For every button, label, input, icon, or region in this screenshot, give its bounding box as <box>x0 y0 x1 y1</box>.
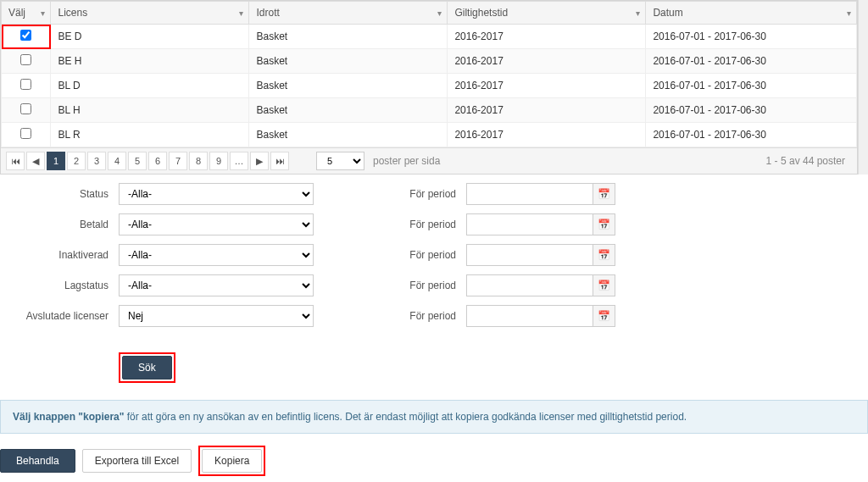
column-menu-icon[interactable]: ▾ <box>437 8 442 18</box>
column-header-idrott: Idrott▾ <box>249 2 448 25</box>
cell-licens: BE D <box>51 25 249 49</box>
cell-gilt: 2016-2017 <box>448 25 646 49</box>
scrollbar[interactable] <box>858 0 868 175</box>
kopiera-button[interactable]: Kopiera <box>202 449 262 473</box>
cell-gilt: 2016-2017 <box>448 123 646 147</box>
column-header-gilt: Giltighetstid▾ <box>448 2 646 25</box>
input-period[interactable] <box>466 183 593 205</box>
column-header-datum: Datum▾ <box>646 2 857 25</box>
pager-page[interactable]: 8 <box>189 152 208 170</box>
pager-last[interactable]: ⏭ <box>270 152 289 170</box>
input-period[interactable] <box>466 305 593 327</box>
input-period[interactable] <box>466 213 593 235</box>
info-bold: Välj knappen "kopiera" <box>13 411 124 423</box>
input-period[interactable] <box>466 244 593 266</box>
column-menu-icon[interactable]: ▾ <box>41 8 45 18</box>
label-period: För period <box>398 280 466 291</box>
cell-datum: 2016-07-01 - 2017-06-30 <box>646 74 857 98</box>
export-excel-button[interactable]: Exportera till Excel <box>82 449 192 473</box>
input-period[interactable] <box>466 274 593 296</box>
table-row: BL H Basket 2016-2017 2016-07-01 - 2017-… <box>2 98 857 123</box>
cell-gilt: 2016-2017 <box>448 49 646 74</box>
calendar-icon[interactable]: 📅 <box>593 183 615 205</box>
calendar-icon[interactable]: 📅 <box>593 244 615 266</box>
column-menu-icon[interactable]: ▾ <box>847 8 851 18</box>
select-avslutade[interactable]: Nej <box>119 305 314 327</box>
cell-licens: BE H <box>51 49 249 74</box>
calendar-icon[interactable]: 📅 <box>593 274 615 296</box>
cell-licens: BL H <box>51 98 249 123</box>
pager-info: 1 - 5 av 44 poster <box>766 155 845 167</box>
cell-datum: 2016-07-01 - 2017-06-30 <box>646 49 857 74</box>
select-inaktiverad[interactable]: -Alla- <box>119 244 314 266</box>
pager-page[interactable]: 1 <box>47 152 65 170</box>
pager-page[interactable]: 3 <box>87 152 106 170</box>
pager-page[interactable]: 7 <box>169 152 187 170</box>
select-status[interactable]: -Alla- <box>119 183 314 205</box>
cell-datum: 2016-07-01 - 2017-06-30 <box>646 123 857 147</box>
select-lagstatus[interactable]: -Alla- <box>119 274 314 296</box>
label-lagstatus: Lagstatus <box>0 280 119 291</box>
pager-page[interactable]: 5 <box>128 152 147 170</box>
calendar-icon[interactable]: 📅 <box>593 305 615 327</box>
pager-next[interactable]: ▶ <box>250 152 269 170</box>
row-checkbox[interactable] <box>20 54 31 65</box>
cell-gilt: 2016-2017 <box>448 98 646 123</box>
label-avslutade: Avslutade licenser <box>0 310 119 322</box>
sok-button[interactable]: Sök <box>122 356 172 380</box>
pager-page[interactable]: 6 <box>148 152 167 170</box>
cell-datum: 2016-07-01 - 2017-06-30 <box>646 25 857 49</box>
label-status: Status <box>0 188 119 200</box>
per-page-label: poster per sida <box>373 155 440 167</box>
license-table: Välj▾ Licens▾ Idrott▾ Giltighetstid▾ Dat… <box>1 1 857 147</box>
label-period: För period <box>398 310 466 322</box>
behandla-button[interactable]: Behandla <box>0 449 75 473</box>
pager-page[interactable]: 4 <box>108 152 126 170</box>
column-menu-icon[interactable]: ▾ <box>636 8 640 18</box>
table-row: BE D Basket 2016-2017 2016-07-01 - 2017-… <box>2 25 857 49</box>
cell-licens: BL R <box>51 123 249 147</box>
info-bar: Välj knappen "kopiera" för att göra en n… <box>0 400 868 434</box>
row-checkbox[interactable] <box>20 103 31 114</box>
filter-form: Status -Alla- För period 📅 Betald -Alla-… <box>0 183 868 327</box>
cell-datum: 2016-07-01 - 2017-06-30 <box>646 98 857 123</box>
pager-more[interactable]: … <box>230 152 248 170</box>
pager-page[interactable]: 2 <box>67 152 86 170</box>
column-menu-icon[interactable]: ▾ <box>239 8 243 18</box>
table-row: BE H Basket 2016-2017 2016-07-01 - 2017-… <box>2 49 857 74</box>
cell-idrott: Basket <box>249 123 448 147</box>
column-header-licens: Licens▾ <box>51 2 249 25</box>
pager-first[interactable]: ⏮ <box>6 152 25 170</box>
pager-prev[interactable]: ◀ <box>26 152 45 170</box>
cell-idrott: Basket <box>249 98 448 123</box>
table-row: BL D Basket 2016-2017 2016-07-01 - 2017-… <box>2 74 857 98</box>
pager: ⏮ ◀ 1 2 3 4 5 6 7 8 9 … ▶ ⏭ 5 poster per… <box>1 147 857 174</box>
pager-page[interactable]: 9 <box>209 152 228 170</box>
label-inaktiverad: Inaktiverad <box>0 249 119 261</box>
row-checkbox[interactable] <box>20 128 31 139</box>
cell-idrott: Basket <box>249 49 448 74</box>
column-header-valj: Välj▾ <box>2 2 51 25</box>
cell-gilt: 2016-2017 <box>448 74 646 98</box>
label-betald: Betald <box>0 219 119 230</box>
label-period: För period <box>398 249 466 261</box>
row-checkbox[interactable] <box>20 79 31 90</box>
cell-idrott: Basket <box>249 74 448 98</box>
page-size-select[interactable]: 5 <box>316 152 364 170</box>
cell-idrott: Basket <box>249 25 448 49</box>
label-period: För period <box>398 219 466 230</box>
calendar-icon[interactable]: 📅 <box>593 213 615 235</box>
cell-licens: BL D <box>51 74 249 98</box>
table-row: BL R Basket 2016-2017 2016-07-01 - 2017-… <box>2 123 857 147</box>
info-text: för att göra en ny ansökan av en befintl… <box>124 411 687 423</box>
row-checkbox[interactable] <box>20 30 31 41</box>
select-betald[interactable]: -Alla- <box>119 213 314 235</box>
label-period: För period <box>398 188 466 200</box>
